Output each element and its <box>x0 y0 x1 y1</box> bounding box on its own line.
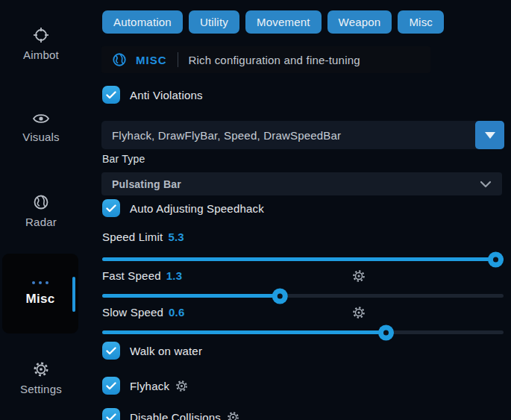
walk-on-water-label: Walk on water <box>130 345 202 357</box>
slow-speed-slider[interactable] <box>102 330 504 334</box>
flyhack-checkbox[interactable] <box>102 377 120 395</box>
tab-misc[interactable]: Misc <box>398 10 444 34</box>
sidebar-item-aimbot[interactable]: Aimbot <box>0 27 82 61</box>
slow-speed-label: Slow Speed0.6 <box>102 306 185 319</box>
flyhack-label: Flyhack <box>130 380 169 392</box>
auto-adjusting-speedhack-checkbox[interactable] <box>102 199 120 217</box>
crosshair-icon <box>33 27 49 43</box>
slider-handle[interactable] <box>488 251 504 267</box>
gear-icon[interactable] <box>175 380 188 392</box>
slider-fill <box>102 257 504 261</box>
chevron-down-icon <box>480 181 492 188</box>
sidebar-item-radar[interactable]: Radar <box>0 194 82 228</box>
disable-collisions-label: Disable Collisions <box>130 411 221 420</box>
gear-icon[interactable] <box>227 411 239 420</box>
speed-limit-slider[interactable] <box>102 257 504 261</box>
globe-icon <box>112 52 127 67</box>
check-icon <box>106 91 116 99</box>
tab-utility[interactable]: Utility <box>189 10 239 34</box>
anti-violations-label: Anti Violations <box>130 89 203 101</box>
active-indicator-bar <box>72 277 75 312</box>
check-icon <box>106 382 116 390</box>
sidebar-item-label: Aimbot <box>23 48 59 61</box>
disable-collisions-row: Disable Collisions <box>102 407 239 420</box>
section-title: MISC <box>136 54 167 66</box>
disable-collisions-checkbox[interactable] <box>102 408 120 420</box>
bar-type-label: Bar Type <box>102 153 145 165</box>
tab-bar: Automation Utility Movement Weapon Misc <box>102 10 444 34</box>
speed-limit-value: 5.3 <box>168 231 184 243</box>
bar-flags-value: Flyhack, DrawFlyBar, Speed, DrawSpeedBar <box>101 129 475 142</box>
section-header: MISC Rich configuration and fine-tuning <box>101 46 430 73</box>
ellipsis-icon <box>32 281 48 284</box>
bar-flags-dropdown-button[interactable] <box>475 121 504 149</box>
check-icon <box>106 347 116 355</box>
anti-violations-checkbox[interactable] <box>102 86 120 104</box>
gear-icon[interactable] <box>352 269 366 283</box>
auto-adjusting-speedhack-row: Auto Adjusting Speedhack <box>102 198 264 218</box>
auto-adjusting-speedhack-label: Auto Adjusting Speedhack <box>130 202 264 215</box>
header-divider <box>178 52 178 67</box>
slow-speed-value: 0.6 <box>169 306 184 319</box>
check-icon <box>106 204 116 213</box>
tab-automation[interactable]: Automation <box>102 10 183 34</box>
sidebar-item-label: Settings <box>20 383 62 395</box>
sidebar-item-settings[interactable]: Settings <box>0 361 82 395</box>
sidebar-item-misc-selected[interactable]: Misc <box>2 254 78 333</box>
anti-violations-row: Anti Violations <box>102 85 203 104</box>
slider-fill <box>102 294 279 298</box>
slider-handle[interactable] <box>272 288 287 304</box>
triangle-down-icon <box>485 132 495 139</box>
tab-movement[interactable]: Movement <box>245 10 322 34</box>
sidebar-item-label: Misc <box>26 292 55 307</box>
fast-speed-slider[interactable] <box>102 294 504 298</box>
check-icon <box>106 413 116 420</box>
walk-on-water-row: Walk on water <box>102 341 202 360</box>
speed-limit-label: Speed Limit5.3 <box>102 231 184 243</box>
slider-handle[interactable] <box>378 325 394 340</box>
gear-icon <box>33 361 49 377</box>
sidebar: Aimbot Visuals Radar Misc <box>0 0 97 420</box>
section-subtitle: Rich configuration and fine-tuning <box>189 54 360 66</box>
walk-on-water-checkbox[interactable] <box>102 342 120 360</box>
globe-icon <box>33 194 49 210</box>
sidebar-item-label: Visuals <box>22 131 59 143</box>
bar-type-select[interactable]: Pulsating Bar <box>101 172 502 195</box>
app-window: Aimbot Visuals Radar Misc <box>0 0 511 420</box>
sidebar-item-visuals[interactable]: Visuals <box>0 112 82 143</box>
fast-speed-value: 1.3 <box>166 269 182 282</box>
gear-icon[interactable] <box>352 306 366 319</box>
main-content: Automation Utility Movement Weapon Misc … <box>101 0 504 420</box>
eye-icon <box>32 112 50 125</box>
sidebar-item-label: Radar <box>25 216 57 228</box>
bar-type-value: Pulsating Bar <box>112 178 181 190</box>
flyhack-row: Flyhack <box>102 376 188 395</box>
bar-flags-input[interactable]: Flyhack, DrawFlyBar, Speed, DrawSpeedBar <box>101 121 504 149</box>
tab-weapon[interactable]: Weapon <box>327 10 392 34</box>
fast-speed-label: Fast Speed1.3 <box>102 269 182 282</box>
slider-fill <box>102 330 389 334</box>
